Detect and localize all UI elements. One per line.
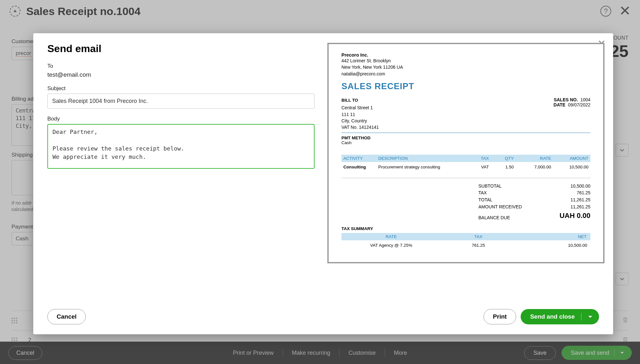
billto-heading: BILL TO [341,97,533,104]
to-value[interactable]: test@email.com [47,71,315,78]
th-activity: ACTIVITY [341,155,376,162]
salesno-label: SALES NO. [546,97,578,102]
amount-received-label: AMOUNT RECEIVED [478,204,522,211]
th-rate: RATE [516,155,553,162]
send-and-close-label: Send and close [530,313,575,320]
cell-amount: 10,500.00 [553,162,590,172]
preview-addr2: New York, New York 11206 UA [341,64,590,70]
billto-line: Central Street 1 [341,105,533,111]
date-label: DATE [533,102,565,107]
tax-summary-table: RATE TAX NET VAT Agency @ 7.25% 761.25 1… [341,233,590,250]
body-label: Body [47,116,315,122]
th-description: DESCRIPTION [376,155,466,162]
total-value: 11,261.25 [571,197,590,204]
modal-cancel-button[interactable]: Cancel [47,309,86,324]
ts-net-value: 10,500.00 [516,240,590,250]
amount-received-value: 11,261.25 [571,204,590,211]
cell-tax: VAT [466,162,491,172]
tax-value: 761.25 [577,190,590,197]
ts-tax-header: TAX [441,233,516,240]
subject-input[interactable] [47,94,315,109]
subtotal-label: SUBTOTAL [478,183,502,190]
date-value: 09/07/2022 [568,102,590,107]
cell-qty: 1.50 [491,162,516,172]
preview-addr1: 442 Lorimer St. Brooklyn [341,58,590,64]
salesno-value: 1004 [580,97,590,102]
modal-footer: Cancel Print Send and close [33,299,613,334]
to-label: To [47,63,315,69]
send-and-close-button[interactable]: Send and close [521,309,599,324]
preview-doc-title: SALES RECEIPT [341,81,590,91]
pmt-method-value: Cash [341,140,590,145]
chevron-down-icon [588,314,593,319]
cell-description: Procurement strategy consulting [376,162,466,172]
modal-title: Send email [47,43,315,55]
billto-line: City, Country [341,118,533,124]
billto-line: 111 11 [341,111,533,118]
modal-print-button[interactable]: Print [484,309,516,324]
tax-label: TAX [478,190,487,197]
send-email-modal: Send email To test@email.com Subject Bod… [33,33,613,334]
preview-line-row: Consulting Procurement strategy consulti… [341,162,590,172]
th-qty: QTY [491,155,516,162]
preview-line-items: ACTIVITY DESCRIPTION TAX QTY RATE AMOUNT… [341,155,590,172]
cell-rate: 7,000.00 [516,162,553,172]
billto-line: VAT No. 14124141 [341,124,533,130]
preview-company: Precoro Inc. [341,52,590,58]
subject-label: Subject [47,85,315,92]
body-textarea[interactable] [47,124,315,169]
tax-summary-title: TAX SUMMARY [341,226,590,231]
subtotal-value: 10,500.00 [571,183,590,190]
total-label: TOTAL [478,197,492,204]
ts-rate-header: RATE [341,233,441,240]
pmt-method-label: PMT METHOD [341,136,590,140]
th-tax: TAX [466,155,491,162]
th-amount: AMOUNT [553,155,590,162]
cell-activity: Consulting [341,162,376,172]
receipt-preview: Precoro Inc. 442 Lorimer St. Brooklyn Ne… [327,43,604,263]
balance-due-value: UAH 0.00 [559,210,590,221]
ts-net-header: NET [516,233,590,240]
ts-tax-value: 761.25 [441,240,516,250]
preview-totals: SUBTOTAL10,500.00 TAX761.25 TOTAL11,261.… [478,183,590,221]
ts-rate-value: VAT Agency @ 7.25% [341,240,441,250]
balance-due-label: BALANCE DUE [478,214,510,221]
preview-email: nataliia@precoro.com [341,71,590,77]
